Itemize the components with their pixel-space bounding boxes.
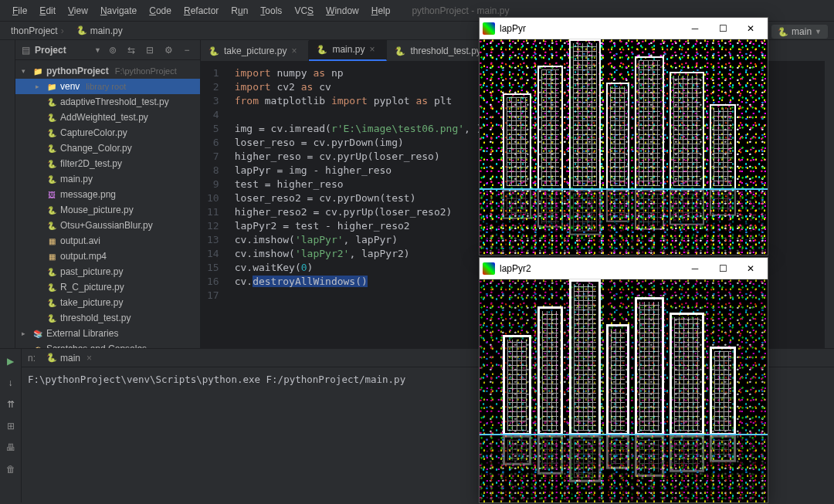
collapse-icon[interactable]: ⊟ <box>143 43 157 57</box>
project-panel-title: Project <box>35 45 90 56</box>
left-stripe <box>0 40 15 348</box>
folder-icon: 📁 <box>32 67 43 76</box>
image-content <box>480 279 768 502</box>
tree-file[interactable]: 🐍adaptiveThreshold_test.py <box>15 94 200 110</box>
stop-button[interactable]: ↓ <box>3 375 19 391</box>
project-icon: ▤ <box>22 45 30 56</box>
target-icon[interactable]: ⊚ <box>106 43 120 57</box>
editor-tab[interactable]: 🐍take_picture.py× <box>201 41 309 61</box>
folder-icon: 📁 <box>46 83 57 91</box>
run-toolbar: ▶ ↓ ⇈ ⊞ 🖶 🗑 <box>0 349 22 502</box>
py-file-icon: 🐍 <box>46 299 57 307</box>
menu-view[interactable]: View <box>62 2 94 19</box>
menu-tools[interactable]: Tools <box>254 2 288 19</box>
tree-file[interactable]: 🐍take_picture.py <box>15 295 200 310</box>
library-icon: 📚 <box>32 330 43 338</box>
tree-file[interactable]: 🐍main.py <box>15 171 200 187</box>
expand-icon[interactable]: ⇆ <box>124 43 138 57</box>
up-button[interactable]: ⇈ <box>3 397 19 412</box>
run-tab-main[interactable]: 🐍 main × <box>40 351 98 365</box>
tree-file[interactable]: 🐍past_picture.py <box>15 264 200 279</box>
tree-file[interactable]: ▦output.avi <box>15 233 200 249</box>
media-file-icon: ▦ <box>46 252 57 261</box>
minimize-button[interactable]: ─ <box>681 19 709 38</box>
tree-file[interactable]: 🖼message.png <box>15 187 200 202</box>
menu-help[interactable]: Help <box>365 2 397 19</box>
tree-venv[interactable]: ▸ 📁 venv library root <box>15 79 200 94</box>
tree-file[interactable]: 🐍CaptureColor.py <box>15 125 200 140</box>
project-tree[interactable]: ▾ 📁 pythonProject F:\pythonProject ▸ 📁 v… <box>15 60 200 348</box>
menu-edit[interactable]: Edit <box>33 2 62 19</box>
window-title: pythonProject - main.py <box>412 5 509 16</box>
expand-arrow-icon[interactable]: ▸ <box>22 330 29 337</box>
close-button[interactable]: ✕ <box>737 259 764 278</box>
tree-scratches[interactable]: ▸ ◐ Scratches and Consoles <box>15 341 200 348</box>
breadcrumb-project[interactable]: thonProject › <box>6 24 69 38</box>
python-icon: 🐍 <box>317 44 327 55</box>
hide-icon[interactable]: − <box>180 43 194 57</box>
menu-vcs[interactable]: VCS <box>288 2 320 19</box>
tree-external-libs[interactable]: ▸ 📚 External Libraries <box>15 326 200 341</box>
tree-file[interactable]: 🐍AddWeighted_test.py <box>15 110 200 125</box>
gear-icon[interactable]: ⚙ <box>161 43 175 57</box>
tree-file[interactable]: 🐍Change_Color.py <box>15 140 200 156</box>
project-tool-window: ▤ Project ▼ ⊚ ⇆ ⊟ ⚙ − ▾ 📁 pythonProject … <box>15 40 201 348</box>
close-icon[interactable]: × <box>369 44 378 55</box>
window-title: lapPyr2 <box>500 263 681 274</box>
expand-arrow-icon[interactable]: ▾ <box>22 67 29 75</box>
minimize-button[interactable]: ─ <box>681 259 709 278</box>
py-file-icon: 🐍 <box>46 98 57 107</box>
chevron-down-icon: ▼ <box>815 28 822 36</box>
maximize-button[interactable]: ☐ <box>709 259 737 278</box>
py-file-icon: 🐍 <box>46 222 57 230</box>
opencv-icon <box>483 262 495 275</box>
close-icon[interactable]: × <box>291 46 300 56</box>
code-content[interactable]: import numpy as npimport cv2 as cvfrom m… <box>227 62 490 348</box>
tree-file[interactable]: 🐍threshold_test.py <box>15 310 200 326</box>
close-button[interactable]: ✕ <box>737 19 764 38</box>
menu-navigate[interactable]: Navigate <box>94 2 143 19</box>
tree-root[interactable]: ▾ 📁 pythonProject F:\pythonProject <box>15 63 200 79</box>
tree-file[interactable]: ▦output.mp4 <box>15 249 200 264</box>
expand-arrow-icon[interactable]: ▸ <box>36 83 43 90</box>
editor-scrollbar[interactable] <box>825 40 834 348</box>
window-titlebar[interactable]: lapPyr2 ─ ☐ ✕ <box>480 258 768 279</box>
python-icon: 🐍 <box>76 25 87 36</box>
rerun-button[interactable]: ▶ <box>3 353 19 369</box>
chevron-down-icon[interactable]: ▼ <box>94 46 101 54</box>
run-config-selector[interactable]: 🐍 main ▼ <box>771 25 828 39</box>
editor-tab[interactable]: 🐍main.py× <box>309 39 387 61</box>
maximize-button[interactable]: ☐ <box>709 19 737 38</box>
tree-file[interactable]: 🐍Otsu+GaussianBlur.py <box>15 218 200 233</box>
scratch-icon: ◐ <box>32 345 43 349</box>
window-title: lapPyr <box>500 23 681 34</box>
opencv-window[interactable]: lapPyr2 ─ ☐ ✕ <box>479 257 768 503</box>
python-icon: 🐍 <box>46 353 57 364</box>
print-button[interactable]: 🖶 <box>3 440 19 455</box>
project-panel-header: ▤ Project ▼ ⊚ ⇆ ⊟ ⚙ − <box>15 40 200 60</box>
python-icon: 🐍 <box>778 26 788 37</box>
menu-window[interactable]: Window <box>320 2 365 19</box>
opencv-icon <box>483 22 495 35</box>
media-file-icon: ▦ <box>46 237 57 245</box>
menu-file[interactable]: File <box>6 2 33 19</box>
menu-run[interactable]: Run <box>225 2 254 19</box>
python-icon: 🐍 <box>395 46 405 56</box>
window-titlebar[interactable]: lapPyr ─ ☐ ✕ <box>480 18 768 39</box>
breadcrumb-file[interactable]: 🐍 main.py <box>72 24 127 38</box>
image-content <box>480 39 768 255</box>
opencv-window[interactable]: lapPyr ─ ☐ ✕ <box>479 17 768 255</box>
tree-file[interactable]: 🐍Mouse_picture.py <box>15 202 200 218</box>
py-file-icon: 🐍 <box>46 160 57 168</box>
chevron-right-icon: › <box>61 25 64 36</box>
tree-file[interactable]: 🐍R_C_picture.py <box>15 279 200 295</box>
py-file-icon: 🐍 <box>46 268 57 276</box>
layout-button[interactable]: ⊞ <box>3 418 19 434</box>
menu-code[interactable]: Code <box>143 2 178 19</box>
py-file-icon: 🐍 <box>46 175 57 184</box>
tree-file[interactable]: 🐍filter2D_test.py <box>15 156 200 171</box>
close-icon[interactable]: × <box>86 353 92 364</box>
py-file-icon: 🐍 <box>46 314 57 323</box>
trash-button[interactable]: 🗑 <box>3 462 19 477</box>
menu-refactor[interactable]: Refactor <box>178 2 225 19</box>
